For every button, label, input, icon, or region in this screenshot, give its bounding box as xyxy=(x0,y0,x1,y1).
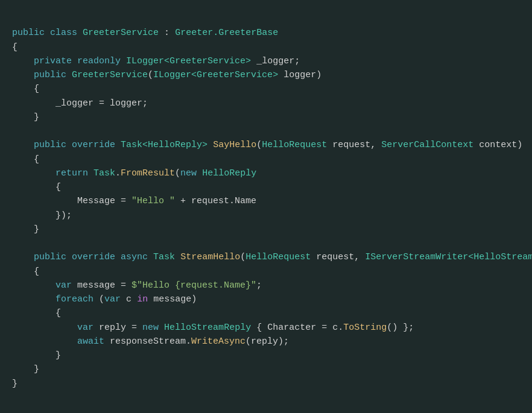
semicolon-1: ; xyxy=(256,280,262,291)
type-ilogger: ILogger<GreeterService> xyxy=(126,56,251,66)
type-iserverstream: IServerStreamWriter<HelloStream xyxy=(365,252,532,262)
keyword-var-2: var xyxy=(104,294,121,304)
keyword-foreach: foreach xyxy=(55,294,93,304)
keyword-readonly: readonly xyxy=(77,56,121,66)
param-request-2: request, xyxy=(316,252,359,262)
foreach-collection: message) xyxy=(153,294,197,304)
keyword-in: in xyxy=(137,294,148,304)
writeasync-args: (reply); xyxy=(245,336,289,347)
keyword-public: public xyxy=(12,28,45,38)
keyword-new: new xyxy=(180,168,197,178)
keyword-public-4: public xyxy=(34,252,66,262)
tostring-call: () }; xyxy=(387,323,414,333)
type-task-2: Task xyxy=(93,168,115,178)
open-brace-3: { xyxy=(34,154,39,165)
keyword-var-3: var xyxy=(77,323,93,333)
type-helloreply: HelloReply xyxy=(202,168,256,178)
method-streamhello: StreamHello xyxy=(180,252,240,262)
responsestream-call: responseStream. xyxy=(110,336,191,347)
open-brace-4: { xyxy=(55,182,61,192)
keyword-override-2: override xyxy=(72,252,115,262)
close-brace-4: }); xyxy=(55,210,72,221)
keyword-override: override xyxy=(72,140,115,150)
message-assign: Message = xyxy=(77,196,131,206)
keyword-async: async xyxy=(121,252,148,262)
field-logger: _logger; xyxy=(256,56,300,66)
method-fromresult: FromResult xyxy=(121,168,175,178)
close-brace-1: } xyxy=(12,379,17,389)
open-brace-2: { xyxy=(34,84,39,94)
sayhello-params: ( xyxy=(256,140,262,150)
open-brace-5: { xyxy=(34,266,39,277)
open-brace-6: { xyxy=(55,308,61,318)
keyword-private: private xyxy=(34,56,72,66)
close-brace-5: } xyxy=(34,364,39,374)
close-brace-2: } xyxy=(34,112,39,122)
close-brace-6: } xyxy=(55,350,61,361)
string-hello-interp: $"Hello {request.Name}" xyxy=(131,280,256,291)
method-sayhello: SayHello xyxy=(213,140,256,150)
keyword-class: class xyxy=(50,28,77,38)
paren-new: ( xyxy=(175,168,180,178)
keyword-public-3: public xyxy=(34,140,66,150)
dot1: . xyxy=(115,168,121,178)
open-brace-1: { xyxy=(12,42,17,52)
param-request: request, xyxy=(332,140,376,150)
close-brace-3: } xyxy=(34,224,39,235)
plus-op: + request.Name xyxy=(180,196,256,206)
type-hellostreamreply: HelloStreamReply xyxy=(164,323,251,333)
keyword-return: return xyxy=(55,168,88,178)
param-logger: logger) xyxy=(283,70,321,80)
type-hellorequest: HelloRequest xyxy=(262,140,327,150)
var-c: c xyxy=(126,294,131,304)
code-editor: public class GreeterService : Greeter.Gr… xyxy=(12,12,520,391)
type-task-3: Task xyxy=(153,252,175,262)
type-servercallcontext: ServerCallContext xyxy=(381,140,473,150)
type-ilogger-2: ILogger<GreeterService> xyxy=(153,70,278,80)
init-brace-open: { Character = c. xyxy=(256,323,343,333)
base-class: Greeter.GreeterBase xyxy=(175,28,278,38)
keyword-await: await xyxy=(77,336,104,347)
var-message: message = xyxy=(77,280,131,291)
string-hello: "Hello " xyxy=(131,196,175,206)
keyword-public-2: public xyxy=(34,70,66,80)
foreach-paren: ( xyxy=(99,294,104,304)
var-reply: reply = xyxy=(99,323,142,333)
keyword-new-2: new xyxy=(142,323,159,333)
constructor-name: GreeterService xyxy=(72,70,148,80)
param-context: context) xyxy=(479,140,522,150)
method-writeasync: WriteAsync xyxy=(191,336,245,347)
class-name: GreeterService xyxy=(83,28,159,38)
type-hellorequest-2: HelloRequest xyxy=(245,252,311,262)
streamhello-params: ( xyxy=(240,252,245,262)
logger-assign: _logger = logger; xyxy=(55,98,148,109)
method-tostring: ToString xyxy=(343,323,387,333)
keyword-var: var xyxy=(55,280,72,291)
colon: : xyxy=(164,28,169,38)
paren-open: ( xyxy=(148,70,153,80)
type-task: Task<HelloReply> xyxy=(121,140,207,150)
